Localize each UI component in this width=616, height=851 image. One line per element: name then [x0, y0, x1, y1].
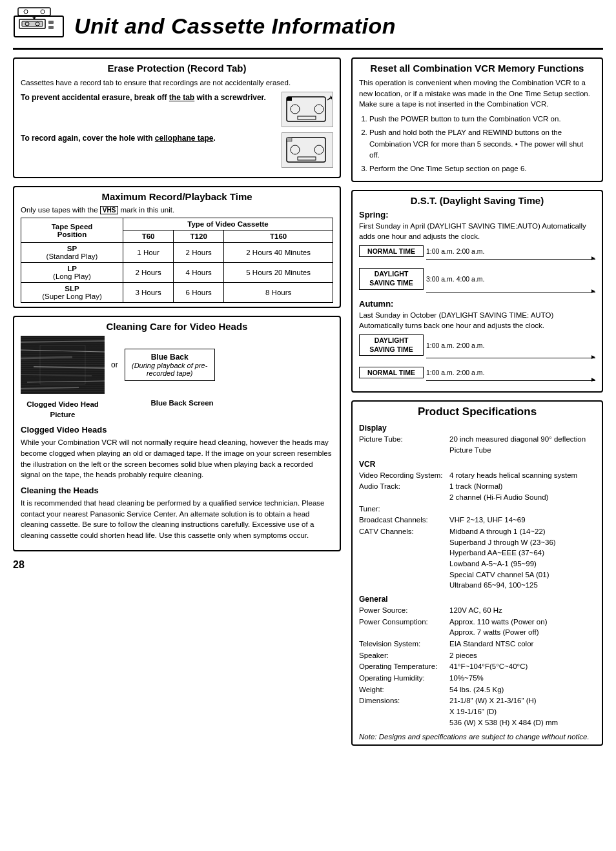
svg-line-25 — [21, 341, 105, 342]
vcr-spec-row: CATV Channels: Midband A through 1 (14~2… — [359, 526, 595, 591]
svg-rect-23 — [287, 138, 292, 141]
svg-rect-15 — [298, 116, 316, 119]
general-spec-row: Power Source: 120V AC, 60 Hz — [359, 605, 595, 616]
vcr-spec-row: Video Recording System: 4 rotary heads h… — [359, 470, 595, 481]
autumn-normal-times: 1:00 a.m. 2:00 a.m. — [426, 369, 484, 376]
vcr-spec-row: Audio Track: 1 track (Normal)2 channel (… — [359, 481, 595, 502]
spec-label: Speaker: — [359, 650, 449, 661]
or-label: or — [111, 360, 118, 369]
general-spec-row: Dimensions: 21-1/8" (W) X 21-3/16" (H)X … — [359, 695, 595, 728]
blue-back-screen-label: Blue Back Screen — [137, 399, 227, 407]
dst-title: D.S.T. (Daylight Saving Time) — [359, 195, 595, 206]
t160-cell: 2 Hours 40 Minutes — [224, 243, 333, 263]
autumn-dst-label: DAYLIGHT SAVING TIME — [359, 334, 424, 356]
table-row: SP(Standard Play) 1 Hour 2 Hours 2 Hours… — [21, 243, 333, 263]
vhs-note: Only use tapes with the VHS mark in this… — [21, 206, 333, 214]
svg-rect-6 — [48, 26, 54, 29]
erase-prevent-text: To prevent accidental erasure, break off… — [21, 92, 276, 103]
spec-value — [449, 504, 595, 515]
reset-steps-list: Push the POWER button to turn the Combin… — [359, 114, 595, 174]
spec-value: 2 pieces — [449, 650, 595, 661]
clogged-image — [21, 336, 105, 394]
svg-line-26 — [21, 350, 105, 352]
spec-label: Broadcast Channels: — [359, 515, 449, 526]
spec-label: Operating Humidity: — [359, 673, 449, 684]
spec-value: Approx. 110 watts (Power on)Approx. 7 wa… — [449, 617, 595, 638]
vcr-spec-row: Broadcast Channels: VHF 2~13, UHF 14~69 — [359, 515, 595, 526]
spec-value: VHF 2~13, UHF 14~69 — [449, 515, 595, 526]
general-category: General — [359, 595, 595, 604]
tape-speed-cell: SLP(Super Long Play) — [21, 283, 123, 303]
svg-line-27 — [21, 357, 72, 358]
spring-dst-row: DAYLIGHT SAVING TIME 3:00 a.m. 4:00 a.m. — [359, 268, 595, 289]
t60-cell: 1 Hour — [123, 243, 174, 263]
cassette-diagram-2 — [282, 132, 333, 168]
general-spec-row: Speaker: 2 pieces — [359, 650, 595, 661]
autumn-normal-label: NORMAL TIME — [359, 367, 424, 378]
tape-speed-cell: LP(Long Play) — [21, 263, 123, 283]
page-title: Unit and Cassette Information — [74, 14, 396, 39]
general-spec-row: Operating Humidity: 10%~75% — [359, 673, 595, 684]
spec-label: Power Source: — [359, 605, 449, 616]
reset-step: Perform the One Time Setup section on pa… — [369, 163, 595, 174]
spring-dst-label: DAYLIGHT SAVING TIME — [359, 268, 424, 289]
record-again-bold: To record again, cover the hole with cel… — [21, 134, 216, 143]
main-content: Erase Protection (Record Tab) Cassettes … — [13, 57, 603, 754]
svg-line-28 — [34, 367, 105, 368]
reset-step: Push and hold both the PLAY and REWIND b… — [369, 127, 595, 161]
clogged-label: Clogged Video Head Picture — [21, 399, 105, 420]
autumn-dst-times: 1:00 a.m. 2:00 a.m. — [426, 342, 484, 349]
right-column: Reset all Combination VCR Memory Functio… — [351, 57, 603, 754]
image-labels: Clogged Video Head Picture Blue Back Scr… — [21, 399, 333, 420]
cleaning-images: or Blue Back (During playback of pre-rec… — [21, 336, 333, 394]
vcr-category: VCR — [359, 460, 595, 469]
spec-value: 10%~75% — [449, 673, 595, 684]
svg-rect-24 — [21, 336, 105, 394]
erase-intro: Cassettes have a record tab to ensure th… — [21, 77, 333, 88]
reset-title: Reset all Combination VCR Memory Functio… — [359, 63, 595, 74]
erase-title: Erase Protection (Record Tab) — [21, 63, 333, 74]
spec-label: CATV Channels: — [359, 526, 449, 591]
spring-normal-label: NORMAL TIME — [359, 245, 424, 257]
clogged-body: While your Combination VCR will not norm… — [21, 437, 333, 480]
svg-point-13 — [291, 105, 300, 114]
table-row: LP(Long Play) 2 Hours 4 Hours 5 Hours 20… — [21, 263, 333, 283]
svg-rect-12 — [287, 97, 325, 121]
col-t120: T120 — [174, 231, 224, 243]
playback-table: Tape SpeedPosition Type of Video Cassett… — [21, 218, 333, 303]
specs-section: Product Specifications Display Picture T… — [351, 400, 603, 746]
erase-protection-section: Erase Protection (Record Tab) Cassettes … — [13, 57, 341, 178]
autumn-title: Autumn: — [359, 299, 595, 309]
svg-line-29 — [21, 374, 92, 376]
blue-back-subtitle: (During playback of pre-recorded tape) — [130, 362, 209, 377]
spec-label: Audio Track: — [359, 481, 449, 502]
svg-rect-19 — [287, 138, 325, 162]
svg-point-21 — [314, 145, 323, 154]
vcr-spec-row: Tuner: — [359, 504, 595, 515]
cleaning-heads-body: It is recommended that head cleaning be … — [21, 498, 333, 541]
reset-section: Reset all Combination VCR Memory Functio… — [351, 57, 603, 182]
svg-point-9 — [41, 10, 45, 14]
left-column: Erase Protection (Record Tab) Cassettes … — [13, 57, 341, 754]
t120-cell: 4 Hours — [174, 263, 224, 283]
reset-step: Push the POWER button to turn the Combin… — [369, 114, 595, 125]
svg-rect-7 — [18, 8, 50, 15]
display-category: Display — [359, 424, 595, 433]
general-spec-row: Power Consumption: Approx. 110 watts (Po… — [359, 617, 595, 638]
blue-back-title: Blue Back — [130, 353, 209, 362]
erase-record-again-row: To record again, cover the hole with cel… — [21, 132, 333, 168]
general-spec-row: Operating Temperature: 41°F~104°F(5°C~40… — [359, 661, 595, 672]
t60-cell: 2 Hours — [123, 263, 174, 283]
svg-line-31 — [21, 387, 79, 389]
cleaning-heads-title: Cleaning the Heads — [21, 486, 333, 495]
spec-label: Weight: — [359, 684, 449, 695]
dst-section: D.S.T. (Daylight Saving Time) Spring: Fi… — [351, 190, 603, 393]
svg-rect-32 — [40, 345, 85, 384]
t120-cell: 2 Hours — [174, 243, 224, 263]
page-header: Unit and Cassette Information — [13, 6, 603, 50]
general-spec-row: Weight: 54 lbs. (24.5 Kg) — [359, 684, 595, 695]
specs-title: Product Specifications — [359, 405, 595, 418]
spring-title: Spring: — [359, 210, 595, 220]
spec-value: 120V AC, 60 Hz — [449, 605, 595, 616]
picture-tube-row: Picture Tube: 20 inch measured diagonal … — [359, 434, 595, 455]
